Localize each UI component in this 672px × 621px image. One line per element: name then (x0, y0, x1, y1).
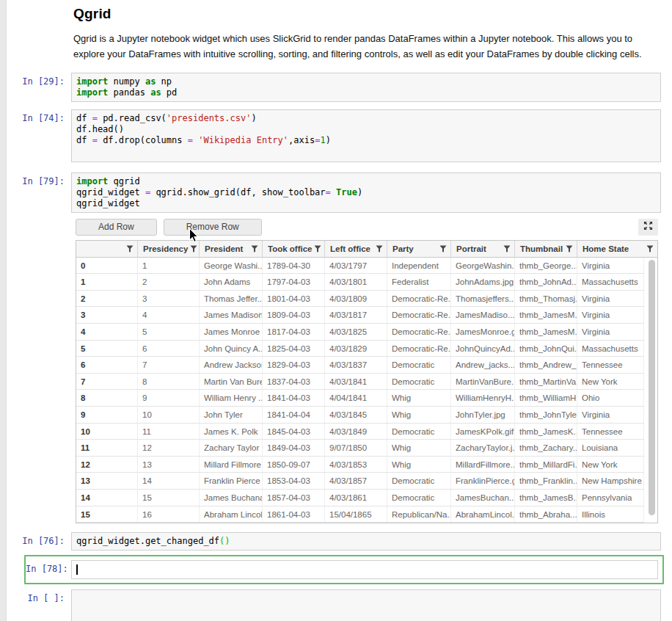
data-cell[interactable]: James K. Polk (200, 424, 263, 440)
data-cell[interactable]: 1861-04-03 (263, 506, 325, 523)
code-input-78[interactable] (71, 560, 658, 579)
filter-funnel-icon[interactable] (251, 245, 258, 253)
column-header-presidency[interactable]: Presidency (138, 241, 200, 257)
data-cell[interactable]: James Buchanan (200, 490, 263, 506)
table-row[interactable]: 1516Abraham Lincoln1861-04-0315/04/1865R… (76, 506, 644, 523)
filter-funnel-icon[interactable] (439, 245, 447, 253)
data-cell[interactable]: Democratic-Re... (387, 324, 451, 340)
data-cell[interactable]: GeorgeWashin... (451, 258, 515, 274)
data-cell[interactable]: thmb_Thomasj... (515, 291, 577, 307)
code-input-74[interactable]: df = pd.read_csv('presidents.csv')df.hea… (71, 109, 661, 162)
data-cell[interactable]: Federalist (387, 274, 451, 290)
data-cell[interactable]: thmb_Zachary... (515, 440, 577, 456)
column-header-portrait[interactable]: Portrait (451, 241, 515, 257)
data-cell[interactable]: 11 (138, 424, 200, 440)
data-cell[interactable]: Thomas Jeffer... (200, 291, 263, 307)
data-cell[interactable]: New Hampshire (577, 473, 644, 489)
data-cell[interactable]: JohnQuincyAd... (451, 341, 515, 357)
data-cell[interactable]: Franklin Pierce (200, 473, 263, 489)
vertical-scrollbar[interactable] (648, 260, 656, 521)
data-cell[interactable]: Louisiana (577, 440, 644, 456)
data-cell[interactable]: Independent (387, 258, 451, 274)
data-cell[interactable]: thmb_JohnTyle... (515, 407, 577, 423)
data-cell[interactable]: Martin Van Buren (200, 374, 263, 390)
column-header-thumbnail[interactable]: Thumbnail (515, 241, 577, 257)
data-cell[interactable]: 1849-04-03 (263, 440, 325, 456)
row-index-cell[interactable]: 14 (76, 490, 138, 506)
fullscreen-toggle-button[interactable] (638, 219, 658, 236)
table-row[interactable]: 45James Monroe1817-04-034/03/1825Democra… (76, 324, 644, 341)
code-input-76[interactable]: qgrid_widget.get_changed_df() (71, 532, 661, 551)
data-cell[interactable]: Whig (387, 457, 451, 473)
data-cell[interactable]: 1809-04-03 (263, 307, 325, 323)
column-header-left-office[interactable]: Left office (325, 241, 387, 257)
data-cell[interactable]: thmb_George... (515, 258, 577, 274)
table-row[interactable]: 01George Washi...1789-04-304/03/1797Inde… (76, 258, 644, 275)
data-cell[interactable]: 4/03/1801 (325, 274, 387, 290)
data-cell[interactable]: 4/03/1841 (325, 374, 387, 390)
data-cell[interactable]: Democratic (387, 374, 451, 390)
data-cell[interactable]: Democratic (387, 490, 451, 506)
data-cell[interactable]: thmb_Franklin... (515, 473, 577, 489)
data-cell[interactable]: 1801-04-03 (263, 291, 325, 307)
data-cell[interactable]: WilliamHenryH... (451, 390, 515, 406)
data-cell[interactable]: Illinois (577, 506, 644, 523)
data-cell[interactable]: Abraham Lincoln (200, 506, 263, 523)
data-cell[interactable]: thmb_WilliamH... (515, 390, 577, 406)
data-cell[interactable]: 4/03/1849 (325, 424, 387, 440)
table-row[interactable]: 1112Zachary Taylor1849-04-039/07/1850Whi… (76, 440, 644, 457)
data-cell[interactable]: George Washi... (200, 258, 263, 274)
data-cell[interactable]: 1857-04-03 (263, 490, 325, 506)
data-cell[interactable]: 1825-04-03 (263, 341, 325, 357)
remove-row-button[interactable]: Remove Row (164, 219, 262, 236)
filter-funnel-icon[interactable] (190, 245, 197, 253)
row-index-cell[interactable]: 3 (76, 307, 138, 323)
data-cell[interactable]: 3 (138, 291, 200, 307)
data-cell[interactable]: 12 (138, 440, 200, 456)
data-cell[interactable]: JamesKPolk.gif (451, 424, 515, 440)
data-cell[interactable]: Democratic-Re... (387, 307, 451, 323)
row-index-cell[interactable]: 12 (76, 457, 138, 473)
data-cell[interactable]: 4/03/1845 (325, 407, 387, 423)
data-cell[interactable]: Tennessee (577, 424, 644, 440)
data-cell[interactable]: JohnTyler.jpg (451, 407, 515, 423)
data-cell[interactable]: 9 (138, 390, 200, 406)
data-cell[interactable]: 6 (138, 341, 200, 357)
data-cell[interactable]: JamesBuchan... (451, 490, 515, 506)
table-row[interactable]: 56John Quincy A...1825-04-034/03/1829Dem… (76, 341, 644, 357)
data-cell[interactable]: thmb_Abraha... (515, 506, 577, 523)
data-cell[interactable]: 9/07/1850 (325, 440, 387, 456)
data-cell[interactable]: thmb_MillardFi... (515, 457, 577, 473)
data-cell[interactable]: 1797-04-03 (263, 274, 325, 290)
data-cell[interactable]: 15/04/1865 (325, 506, 387, 523)
table-row[interactable]: 1314Franklin Pierce1853-04-034/03/1857De… (76, 473, 644, 490)
row-index-cell[interactable]: 7 (76, 374, 138, 390)
data-cell[interactable]: 15 (138, 490, 200, 506)
data-cell[interactable]: 1837-04-03 (263, 374, 325, 390)
data-cell[interactable]: thmb_JamesM... (515, 307, 577, 323)
data-cell[interactable]: 8 (138, 374, 200, 390)
data-cell[interactable]: Republican/Na... (387, 506, 451, 523)
data-cell[interactable]: MillardFillmore... (451, 457, 515, 473)
table-row[interactable]: 12John Adams1797-04-034/03/1801Federalis… (76, 274, 644, 291)
data-cell[interactable]: Virginia (577, 291, 644, 307)
data-cell[interactable]: ZacharyTaylor.j... (451, 440, 515, 456)
table-row[interactable]: 1213Millard Fillmore1850-09-074/03/1853W… (76, 457, 644, 473)
data-cell[interactable]: 1841-04-03 (263, 390, 325, 406)
data-cell[interactable]: 4/04/1841 (325, 390, 387, 406)
row-index-cell[interactable]: 15 (76, 506, 138, 523)
column-header-home-state[interactable]: Home State (577, 241, 657, 257)
data-cell[interactable]: New York (577, 457, 644, 473)
data-cell[interactable]: AbrahamLincol... (451, 506, 515, 523)
data-cell[interactable]: 4/03/1829 (325, 341, 387, 357)
data-cell[interactable]: 4/03/1797 (325, 258, 387, 274)
data-cell[interactable]: 1845-04-03 (263, 424, 325, 440)
row-index-cell[interactable]: 2 (76, 291, 138, 307)
data-cell[interactable]: 5 (138, 324, 200, 340)
filter-funnel-icon[interactable] (566, 245, 573, 253)
data-cell[interactable]: 4 (138, 307, 200, 323)
data-cell[interactable]: Massachusetts (577, 274, 644, 290)
row-index-cell[interactable]: 1 (76, 274, 138, 290)
scrollbar-thumb[interactable] (649, 260, 655, 515)
data-cell[interactable]: Andrew Jackson (200, 357, 263, 373)
